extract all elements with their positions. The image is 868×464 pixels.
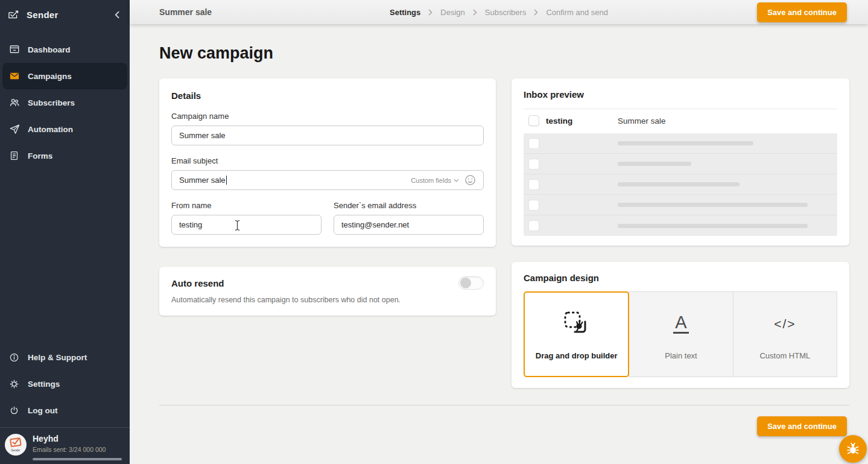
sidebar-item-dashboard[interactable]: Dashboard [2,36,127,63]
sidebar-footer-nav: Help & Support Settings Log out [0,344,130,424]
avatar-brand-text: Sender [11,449,21,452]
sidebar-item-subscribers[interactable]: Subscribers [2,89,127,116]
sidebar-item-label: Automation [28,125,73,134]
design-option-drag-and-drop[interactable]: Drag and drop builder [524,291,629,377]
topbar: Summer sale Settings Design Subscribers … [130,0,868,24]
from-name-value: testing [179,220,202,229]
sidebar-item-label: Help & Support [28,353,87,362]
footer-actions: Save and continue [159,416,849,436]
sidebar-item-settings[interactable]: Settings [2,370,127,397]
campaign-name-value: Summer sale [179,131,226,140]
design-option-custom-html[interactable]: </> Custom HTML [733,291,837,377]
plain-text-icon: A [673,309,688,339]
details-card: Details Campaign name Summer sale Email … [159,78,496,247]
design-option-label: Plain text [665,351,697,360]
sidebar-item-label: Forms [28,151,52,160]
sidebar-spacer [0,169,130,344]
user-name: Heyhd [33,434,122,443]
auto-resend-description: Automatically resend this campaign to su… [171,296,484,304]
sidebar-item-logout[interactable]: Log out [2,397,127,424]
checkbox [528,200,539,211]
campaigns-icon [8,71,20,81]
save-and-continue-button-bottom[interactable]: Save and continue [757,416,847,436]
auto-resend-card: Auto resend Automatically resend this ca… [159,267,496,316]
sidebar-collapse-button[interactable] [115,11,120,19]
inbox-preview-heading: Inbox preview [524,89,837,100]
drag-and-drop-icon [563,309,591,339]
skeleton-bar [618,182,740,186]
ibeam-cursor [234,220,241,233]
skeleton-row [524,133,837,154]
sidebar-item-label: Log out [28,406,57,415]
emoji-picker-icon[interactable] [464,174,476,186]
sidebar-item-automation[interactable]: Automation [2,116,127,142]
sidebar: Sender Dashboard [0,0,130,464]
sidebar-nav: Dashboard Campaigns Subs [0,36,130,169]
chevron-left-icon [115,11,120,19]
sidebar-item-label: Campaigns [28,72,72,81]
from-row: From name testing [171,201,484,235]
skeleton-row [524,154,837,174]
inbox-from: testing [546,116,618,126]
page-title: New campaign [159,44,849,63]
checkbox [528,138,539,149]
breadcrumb-design[interactable]: Design [440,8,464,17]
campaign-name-input[interactable]: Summer sale [171,126,484,145]
bug-report-fab[interactable] [839,435,867,463]
email-subject-field-group: Email subject Summer sale Custom fields [171,156,484,190]
inbox-subject: Summer sale [618,116,666,126]
campaign-design-card: Campaign design [512,262,849,388]
brand-name: Sender [27,10,107,20]
from-name-field-group: From name testing [171,201,322,235]
save-and-continue-button-top[interactable]: Save and continue [757,2,847,22]
breadcrumb-subscribers[interactable]: Subscribers [485,8,527,17]
campaign-title: Summer sale [159,7,212,17]
design-option-label: Drag and drop builder [536,351,618,360]
chevron-down-icon [454,179,459,182]
auto-resend-heading: Auto resend [171,278,224,288]
chevron-right-icon [534,9,538,16]
sender-email-value: testing@sender.net [341,220,409,229]
email-subject-input[interactable]: Summer sale Custom fields [171,170,484,190]
avatar: Sender [5,434,27,456]
text-caret [226,176,227,185]
skeleton-bar [618,224,808,228]
campaign-design-heading: Campaign design [524,273,837,283]
breadcrumb-confirm-and-send[interactable]: Confirm and send [546,8,608,17]
design-options: Drag and drop builder A Plain text [524,291,837,377]
from-name-input[interactable]: testing [171,215,322,235]
user-usage: Emails sent: 3/24 000 000 [33,446,122,453]
details-heading: Details [171,91,484,101]
auto-resend-toggle[interactable] [458,276,484,290]
automation-icon [8,124,20,135]
breadcrumb-settings[interactable]: Settings [390,8,420,17]
sender-email-input[interactable]: testing@sender.net [334,215,484,235]
sidebar-item-label: Subscribers [28,98,75,107]
sidebar-item-forms[interactable]: Forms [2,142,127,169]
footer-divider [159,405,849,405]
campaign-name-field-group: Campaign name Summer sale [171,112,484,145]
user-account[interactable]: Sender Heyhd Emails sent: 3/24 000 000 [0,427,130,464]
checkbox [528,220,539,231]
campaign-name-label: Campaign name [171,112,484,121]
sidebar-item-help-support[interactable]: Help & Support [2,344,127,370]
skeleton-bar [618,162,691,166]
power-icon [8,405,20,416]
design-option-plain-text[interactable]: A Plain text [629,291,733,377]
chevron-right-icon [473,9,477,16]
toggle-knob [460,278,471,288]
custom-fields-dropdown[interactable]: Custom fields [411,174,476,186]
auto-resend-header: Auto resend [171,276,484,290]
sidebar-item-campaigns[interactable]: Campaigns [2,63,127,89]
skeleton-bar [618,141,753,145]
user-info: Heyhd Emails sent: 3/24 000 000 [33,434,122,460]
info-icon [8,352,20,363]
right-column: Inbox preview testing Summer sale [512,78,849,388]
checkbox [528,115,539,126]
inbox-preview-card: Inbox preview testing Summer sale [512,78,849,246]
dashboard-icon [8,44,20,55]
sender-logo-icon [8,7,19,22]
skeleton-row [524,195,837,215]
forms-icon [8,150,20,161]
design-option-label: Custom HTML [759,351,810,360]
